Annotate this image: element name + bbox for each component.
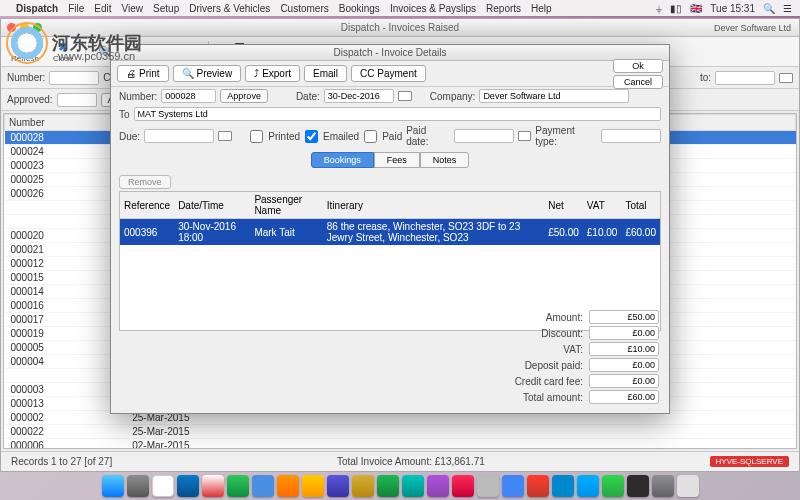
wifi-icon[interactable]: ⏚ [656,3,662,14]
due-input[interactable] [144,129,214,143]
tab-notes[interactable]: Notes [420,152,470,168]
to-input[interactable] [134,107,661,121]
tab-bookings[interactable]: Bookings [311,152,374,168]
payment-type-select[interactable] [601,129,661,143]
col-header[interactable]: Passenger Name [250,192,322,219]
menu-view[interactable]: View [122,3,144,14]
col-header[interactable]: Reference [120,192,174,219]
col-header[interactable]: Number [5,115,127,131]
dock-app-icon[interactable] [302,475,324,497]
approved-input[interactable] [57,93,97,107]
remove-button[interactable]: Remove [119,175,171,189]
close-icon[interactable] [7,23,16,32]
totals-panel: Amount: Discount: VAT: Deposit paid: Cre… [515,309,659,405]
total-label: Total amount: [523,392,583,403]
main-titlebar: Dispatch - Invoices Raised Dever Softwar… [1,19,799,37]
calendar-icon[interactable] [218,131,232,141]
cancel-button[interactable]: Cancel [613,75,663,89]
ccfee-field[interactable] [589,374,659,388]
amount-field[interactable] [589,310,659,324]
dock-messages-icon[interactable] [227,475,249,497]
refresh-button[interactable]: ⟳Refresh [5,39,45,64]
dock-app-icon[interactable] [377,475,399,497]
dock-app-icon[interactable] [402,475,424,497]
close-button[interactable]: ✖Close [47,39,79,64]
dock-app-icon[interactable] [427,475,449,497]
discount-field[interactable] [589,326,659,340]
flag-icon[interactable]: 🇬🇧 [690,3,702,14]
printed-checkbox[interactable] [250,130,263,143]
date-to-input[interactable] [715,71,775,85]
menu-reports[interactable]: Reports [486,3,521,14]
table-row[interactable]: 000396 30-Nov-2016 18:00 Mark Tait 86 th… [120,219,660,246]
export-button[interactable]: ⤴Export [245,65,300,82]
dock-app-icon[interactable] [277,475,299,497]
approve-button[interactable]: Approve [220,89,268,103]
dock-app-icon[interactable] [202,475,224,497]
col-header[interactable]: Date/Time [174,192,250,219]
number-filter-input[interactable] [49,71,99,85]
dock-terminal-icon[interactable] [627,475,649,497]
dock-app-icon[interactable] [327,475,349,497]
menu-bookings[interactable]: Bookings [339,3,380,14]
dock-app-icon[interactable] [527,475,549,497]
preview-button[interactable]: 🔍Preview [173,65,242,82]
col-header[interactable]: VAT [583,192,622,219]
cc-payment-button[interactable]: CC Payment [351,65,426,82]
paid-date-input[interactable] [454,129,514,143]
col-header[interactable]: Total [621,192,660,219]
maximize-icon[interactable] [33,23,42,32]
deposit-label: Deposit paid: [525,360,583,371]
vat-field[interactable] [589,342,659,356]
tab-fees[interactable]: Fees [374,152,420,168]
dock-app-icon[interactable] [652,475,674,497]
paid-checkbox[interactable] [364,130,377,143]
dock-app-icon[interactable] [352,475,374,497]
date-input[interactable] [324,89,394,103]
total-field[interactable] [589,390,659,404]
minimize-icon[interactable] [20,23,29,32]
due-label: Due: [119,131,140,142]
clock[interactable]: Tue 15:31 [710,3,755,14]
calendar-icon[interactable] [398,91,412,101]
dock-settings-icon[interactable] [127,475,149,497]
app-name[interactable]: Dispatch [16,3,58,14]
spotlight-icon[interactable]: 🔍 [763,3,775,14]
dock-chrome-icon[interactable] [502,475,524,497]
menu-file[interactable]: File [68,3,84,14]
menu-edit[interactable]: Edit [94,3,111,14]
dock-app-icon[interactable] [577,475,599,497]
dock-app-icon[interactable] [602,475,624,497]
deposit-field[interactable] [589,358,659,372]
menubar: Dispatch File Edit View Setup Drivers & … [0,0,800,16]
dock-trash-icon[interactable] [677,475,699,497]
ok-button[interactable]: Ok [613,59,663,73]
dock-app-icon[interactable] [552,475,574,497]
notif-icon[interactable]: ☰ [783,3,792,14]
table-row[interactable]: 00000602-Mar-2015 [5,439,796,450]
menu-drivers[interactable]: Drivers & Vehicles [189,3,270,14]
email-button[interactable]: Email [304,65,347,82]
dock-appstore-icon[interactable] [477,475,499,497]
menu-setup[interactable]: Setup [153,3,179,14]
printed-label: Printed [268,131,300,142]
calendar-icon[interactable] [518,131,532,141]
battery-icon[interactable]: ▮▯ [670,3,682,14]
brand-label: Dever Software Ltd [714,19,791,37]
company-input[interactable] [479,89,629,103]
col-header[interactable]: Itinerary [323,192,544,219]
table-row[interactable]: 00002225-Mar-2015 [5,425,796,439]
dock-finder-icon[interactable] [102,475,124,497]
dock-safari-icon[interactable] [252,475,274,497]
dock-calendar-icon[interactable] [152,475,174,497]
menu-help[interactable]: Help [531,3,552,14]
menu-invoices[interactable]: Invoices & Payslips [390,3,476,14]
emailed-checkbox[interactable] [305,130,318,143]
menu-customers[interactable]: Customers [280,3,328,14]
dock-app-icon[interactable] [452,475,474,497]
col-header[interactable]: Net [544,192,583,219]
number-input[interactable] [161,89,216,103]
calendar-icon[interactable] [779,73,793,83]
print-button[interactable]: 🖨Print [117,65,169,82]
dock-mail-icon[interactable] [177,475,199,497]
